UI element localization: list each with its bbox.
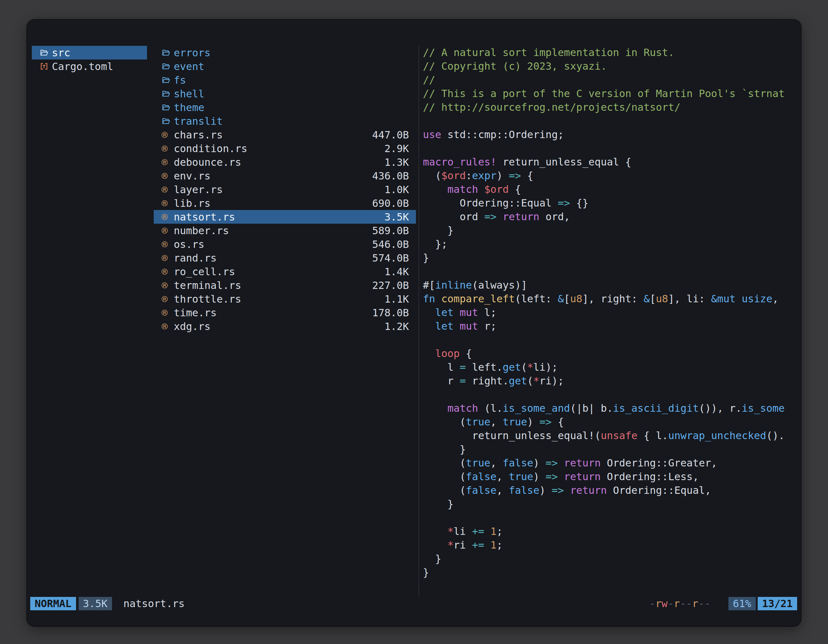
code-line: // This is a port of the C version of Ma… — [423, 87, 801, 100]
file-name: terminal.rs — [174, 279, 241, 291]
code-line: (false, true) => return Ordering::Less, — [423, 470, 801, 484]
rust-icon: ® — [162, 157, 174, 168]
file-name: translit — [174, 115, 223, 127]
file-size: 227.0B — [372, 279, 409, 291]
list-item-env.rs[interactable]: ®env.rs436.0B — [154, 169, 416, 183]
rust-icon: ® — [162, 211, 174, 223]
code-line: loop { — [423, 347, 801, 360]
code-line: Ordering::Equal => {} — [423, 196, 801, 210]
rust-icon: ® — [162, 143, 174, 154]
code-line — [423, 333, 801, 347]
list-item-shell[interactable]: shell — [154, 87, 416, 100]
rust-icon: ® — [162, 170, 174, 182]
file-size: 447.0B — [372, 129, 409, 141]
code-line: } — [423, 566, 801, 580]
file-size: 546.0B — [372, 238, 409, 251]
code-line — [423, 114, 801, 128]
size-badge: 3.5K — [78, 597, 112, 610]
code-line: match $ord { — [423, 183, 801, 196]
code-line: *ri += 1; — [423, 538, 801, 552]
position-badge: 13/21 — [758, 597, 797, 610]
file-name: chars.rs — [174, 129, 223, 141]
file-manager-content: srcCargo.toml errorseventfsshellthemetra… — [27, 46, 801, 597]
file-name: number.rs — [174, 225, 229, 237]
status-bar: NORMAL 3.5K natsort.rs -rw-r--r-- 61% 13… — [30, 597, 797, 610]
code-line: } — [423, 443, 801, 456]
file-name: event — [174, 60, 204, 72]
file-name: env.rs — [174, 170, 211, 182]
list-item-translit[interactable]: translit — [154, 114, 416, 128]
code-line: l = left.get(*li); — [423, 360, 801, 374]
code-line — [423, 511, 801, 525]
list-item-src[interactable]: src — [32, 46, 147, 60]
file-name: fs — [174, 74, 186, 86]
parent-panel[interactable]: srcCargo.toml — [32, 46, 147, 73]
code-line: macro_rules! return_unless_equal { — [423, 155, 801, 169]
permissions-text: -rw-r--r-- — [649, 597, 710, 610]
file-name: layer.rs — [174, 183, 223, 196]
code-line: // http://sourcefrog.net/projects/natsor… — [423, 100, 801, 114]
rust-icon: ® — [162, 307, 174, 318]
code-line: ($ord:expr) => { — [423, 169, 801, 183]
file-name: os.rs — [174, 238, 204, 251]
rust-icon: ® — [162, 197, 174, 209]
file-name: theme — [174, 102, 204, 114]
file-name: errors — [174, 47, 211, 59]
list-item-fs[interactable]: fs — [154, 73, 416, 87]
percent-badge: 61% — [728, 597, 756, 610]
list-item-lib.rs[interactable]: ®lib.rs690.0B — [154, 196, 416, 210]
file-name: natsort.rs — [174, 211, 235, 223]
code-line: use std::cmp::Ordering; — [423, 128, 801, 142]
list-item-natsort.rs[interactable]: ®natsort.rs3.5K — [154, 210, 416, 224]
list-item-ro_cell.rs[interactable]: ®ro_cell.rs1.4K — [154, 265, 416, 278]
code-line: // A natural sort implementation in Rust… — [423, 46, 801, 60]
file-name: xdg.rs — [174, 320, 211, 332]
code-line: fn compare_left(left: &[u8], right: &[u8… — [423, 292, 801, 306]
folder-open-icon — [40, 49, 52, 57]
list-item-theme[interactable]: theme — [154, 100, 416, 114]
file-size: 1.0K — [384, 183, 409, 196]
list-item-debounce.rs[interactable]: ®debounce.rs1.3K — [154, 155, 416, 169]
code-line: let mut r; — [423, 320, 801, 333]
current-panel[interactable]: errorseventfsshellthemetranslit®chars.rs… — [154, 46, 416, 333]
file-name: throttle.rs — [174, 293, 241, 305]
code-line: return_unless_equal!(unsafe { l.unwrap_u… — [423, 429, 801, 443]
list-item-layer.rs[interactable]: ®layer.rs1.0K — [154, 183, 416, 196]
code-line — [423, 388, 801, 401]
file-name: condition.rs — [174, 143, 247, 155]
mode-badge: NORMAL — [30, 597, 76, 610]
rust-icon: ® — [162, 266, 174, 277]
file-size: 589.0B — [372, 225, 409, 237]
file-size: 1.3K — [384, 156, 409, 168]
rust-icon: ® — [162, 321, 174, 332]
list-item-time.rs[interactable]: ®time.rs178.0B — [154, 306, 416, 320]
list-item-os.rs[interactable]: ®os.rs546.0B — [154, 237, 416, 251]
list-item-rand.rs[interactable]: ®rand.rs574.0B — [154, 251, 416, 265]
toml-icon — [40, 62, 52, 71]
code-line: } — [423, 552, 801, 566]
list-item-throttle.rs[interactable]: ®throttle.rs1.1K — [154, 292, 416, 306]
yazi-window: srcCargo.toml errorseventfsshellthemetra… — [27, 20, 801, 626]
file-name: Cargo.toml — [52, 60, 113, 72]
file-name: rand.rs — [174, 252, 217, 264]
code-line: } — [423, 224, 801, 237]
list-item-chars.rs[interactable]: ®chars.rs447.0B — [154, 128, 416, 142]
list-item-Cargo.toml[interactable]: Cargo.toml — [32, 60, 147, 73]
list-item-terminal.rs[interactable]: ®terminal.rs227.0B — [154, 278, 416, 292]
folder-open-icon — [162, 89, 174, 98]
list-item-number.rs[interactable]: ®number.rs589.0B — [154, 224, 416, 237]
file-name: debounce.rs — [174, 156, 241, 168]
rust-icon: ® — [162, 252, 174, 264]
code-line: // — [423, 73, 801, 87]
file-name: lib.rs — [174, 197, 211, 209]
file-size: 2.9K — [384, 143, 409, 155]
folder-open-icon — [162, 62, 174, 71]
list-item-event[interactable]: event — [154, 60, 416, 73]
list-item-errors[interactable]: errors — [154, 46, 416, 60]
list-item-condition.rs[interactable]: ®condition.rs2.9K — [154, 142, 416, 155]
file-size: 574.0B — [372, 252, 409, 264]
list-item-xdg.rs[interactable]: ®xdg.rs1.2K — [154, 320, 416, 333]
file-name: ro_cell.rs — [174, 266, 235, 278]
preview-panel[interactable]: // A natural sort implementation in Rust… — [419, 46, 801, 597]
code-line: ord => return ord, — [423, 210, 801, 224]
